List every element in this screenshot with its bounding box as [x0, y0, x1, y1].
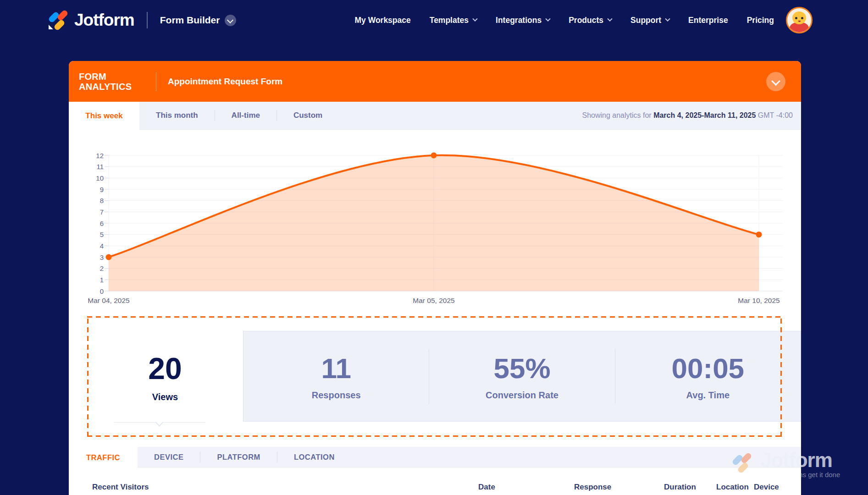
nav-item-templates[interactable]: Templates [430, 16, 477, 25]
showing-prefix: Showing analytics for [582, 111, 653, 119]
svg-text:4: 4 [100, 242, 104, 250]
svg-text:2: 2 [100, 264, 104, 272]
jotform-watermark: Jotform Powerful forms get it done [731, 450, 840, 478]
views-line-chart: 0123456789101112Mar 04, 2025Mar 05, 2025… [69, 130, 801, 313]
nav-menu: My WorkspaceTemplatesIntegrationsProduct… [355, 16, 774, 25]
avatar[interactable] [786, 7, 813, 33]
column-header-duration: Duration [664, 483, 696, 492]
chevron-down-icon [665, 16, 670, 22]
nav-item-support[interactable]: Support [630, 16, 669, 25]
stat-value: 55% [493, 352, 550, 385]
nav-item-enterprise[interactable]: Enterprise [688, 16, 728, 25]
stat-label: Avg. Time [686, 390, 730, 401]
chevron-down-icon [472, 16, 477, 22]
showing-date-range: March 4, 2025-March 11, 2025 [653, 111, 756, 119]
date-range-tabs: This week This monthAll-timeCustomShowin… [69, 102, 801, 130]
nav-item-label: Enterprise [688, 16, 728, 25]
tab-device[interactable]: DEVICE [138, 453, 200, 462]
nav-divider [147, 12, 148, 28]
stat-conversion-rate[interactable]: 55%Conversion Rate [429, 331, 614, 421]
top-nav: Jotform Form Builder My WorkspaceTemplat… [0, 0, 868, 40]
svg-text:6: 6 [100, 220, 104, 227]
form-analytics-kicker: FORM ANALYTICS [79, 72, 156, 92]
chevron-down-icon[interactable] [225, 15, 236, 26]
svg-text:Mar 05, 2025: Mar 05, 2025 [413, 297, 454, 304]
recent-visitors-title: Recent Visitors [92, 483, 149, 492]
tab-this-month[interactable]: This month [139, 111, 215, 120]
stat-views[interactable]: 20 Views [87, 316, 243, 437]
stat-label: Conversion Rate [486, 390, 558, 401]
views-label: Views [152, 392, 178, 402]
product-switcher-label[interactable]: Form Builder [160, 15, 220, 26]
showing-analytics-range: Showing analytics for March 4, 2025-Marc… [582, 111, 793, 120]
detail-tabs-band: DEVICEPLATFORMLOCATION [138, 447, 801, 468]
tab-location[interactable]: LOCATION [277, 453, 351, 462]
tab-custom[interactable]: Custom [277, 111, 339, 120]
header-divider [156, 72, 156, 91]
svg-text:7: 7 [100, 208, 104, 216]
brand-wordmark[interactable]: Jotform [74, 11, 134, 30]
stat-value: 00:05 [672, 352, 745, 385]
svg-text:3: 3 [100, 253, 104, 261]
svg-text:1: 1 [100, 276, 104, 284]
nav-item-integrations[interactable]: Integrations [496, 16, 550, 25]
tab-all-time[interactable]: All-time [215, 111, 276, 120]
stat-responses[interactable]: 11Responses [243, 331, 429, 421]
svg-text:11: 11 [96, 163, 104, 170]
svg-text:5: 5 [100, 231, 104, 238]
nav-item-label: Support [630, 16, 661, 25]
watermark-tagline: Powerful forms get it done [760, 471, 840, 478]
stat-label: Responses [312, 390, 361, 401]
stat-value: 11 [321, 352, 351, 385]
tab-traffic[interactable]: TRAFFIC [69, 447, 138, 468]
column-header-device: Device [754, 483, 779, 492]
form-title: Appointment Request Form [168, 77, 282, 87]
analytics-header: FORM ANALYTICS Appointment Request Form [69, 61, 801, 102]
svg-text:10: 10 [96, 174, 104, 182]
nav-item-label: My Workspace [355, 16, 411, 25]
chevron-down-icon [607, 16, 612, 22]
detail-tabs: TRAFFIC DEVICEPLATFORMLOCATION [69, 447, 801, 468]
svg-text:12: 12 [96, 152, 104, 160]
nav-item-label: Products [569, 16, 603, 25]
analytics-card: FORM ANALYTICS Appointment Request Form … [69, 61, 801, 495]
stat-avg-time[interactable]: 00:05Avg. Time [615, 331, 801, 421]
collapse-chevron-icon[interactable] [766, 72, 785, 91]
tab-platform[interactable]: PLATFORM [200, 453, 276, 462]
nav-item-label: Templates [430, 16, 469, 25]
date-range-tabs-band: This monthAll-timeCustomShowing analytic… [139, 102, 801, 130]
nav-item-products[interactable]: Products [569, 16, 612, 25]
svg-text:9: 9 [100, 186, 104, 193]
column-header-response: Response [574, 483, 611, 492]
nav-item-label: Pricing [747, 16, 774, 25]
nav-item-pricing[interactable]: Pricing [747, 16, 774, 25]
svg-text:Mar 04, 2025: Mar 04, 2025 [88, 297, 129, 304]
svg-text:8: 8 [100, 197, 104, 204]
column-header-date: Date [478, 483, 495, 492]
svg-text:Mar 10, 2025: Mar 10, 2025 [738, 297, 780, 304]
nav-item-my-workspace[interactable]: My Workspace [355, 16, 411, 25]
jotform-logo-icon[interactable] [47, 10, 68, 31]
showing-timezone: GMT -4:00 [756, 111, 793, 119]
tab-this-week[interactable]: This week [69, 102, 139, 130]
svg-text:0: 0 [100, 287, 104, 295]
chevron-down-icon [546, 16, 551, 22]
nav-item-label: Integrations [496, 16, 542, 25]
column-header-location: Location [716, 483, 749, 492]
stats-summary-box: 11Responses55%Conversion Rate00:05Avg. T… [243, 331, 801, 422]
jotform-logo-icon [731, 452, 755, 476]
watermark-brand: Jotform [760, 450, 840, 470]
views-count: 20 [148, 351, 182, 386]
